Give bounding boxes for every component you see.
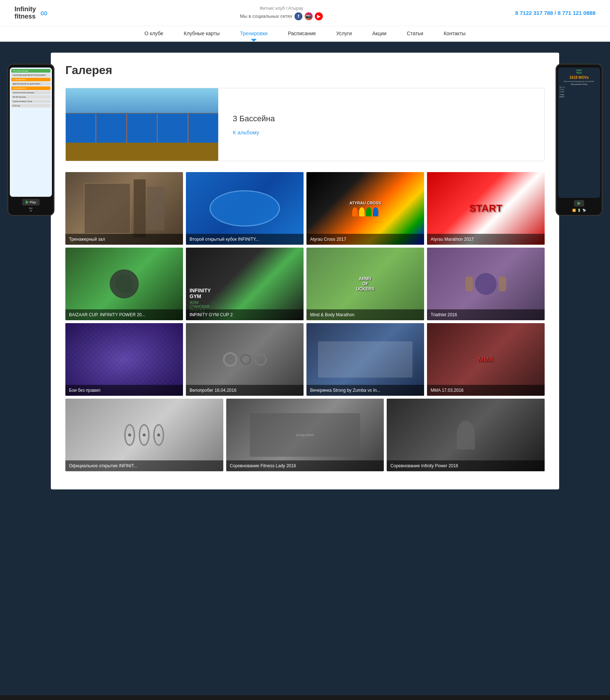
gallery-item-cross[interactable]: ATYRAU CROSS Atyrau Cross 2017	[306, 172, 424, 245]
header-center: Фитнес клуб г.Атырау Мы в социальных сет…	[240, 6, 323, 20]
nav-promos[interactable]: Акции	[362, 26, 396, 41]
gallery-item-boi[interactable]: Бои без правил	[65, 323, 183, 396]
infinity-icon: ∞	[40, 7, 48, 19]
footer: Infinity Fitness Фитнес-клуб Адрес: г.Ат…	[0, 695, 610, 700]
gallery-item-marathon-label: Atyrau Marathon 2017	[427, 234, 545, 245]
gallery-item-hulk[interactable]: INFINITYGYM ЖИМСТАНОВАЯПРИСЕД CUP II INF…	[186, 248, 304, 320]
phone-right-desc: Приложение /Infinity	[560, 83, 599, 85]
main-nav: О клубе Клубные карты Тренировки Расписа…	[0, 26, 610, 42]
gallery-item-cross-label: Atyrau Cross 2017	[306, 234, 424, 245]
gallery-item-mma[interactable]: MMA MMA 17.03.2016	[427, 323, 545, 396]
gallery-item-power-label: Соревнование Infinity Power 2016	[387, 460, 545, 471]
phone-right-title: Infinfitne	[560, 69, 599, 74]
instagram-icon[interactable]: 📷	[305, 12, 313, 20]
logo-line2: fitness	[15, 13, 36, 20]
featured-album[interactable]: 3 Бассейна К альбому	[65, 88, 545, 161]
play-icon	[26, 200, 29, 204]
nav-contacts[interactable]: Контакты	[434, 26, 476, 41]
gallery-item-velo[interactable]: Велопробег 16.04.2016	[186, 323, 304, 396]
logo-text: Infinity fitness	[15, 6, 36, 20]
gallery-item-marathon[interactable]: START Atyrau Marathon 2017	[427, 172, 545, 245]
nav-training[interactable]: Тренировки	[230, 26, 278, 41]
nav-services[interactable]: Услуги	[326, 26, 362, 41]
nav-cards[interactable]: Клубные карты	[174, 26, 230, 41]
gallery-item-gym[interactable]: Тренажерный зал	[65, 172, 183, 245]
header: Infinity fitness ∞ Фитнес клуб г.Атырау …	[0, 0, 610, 26]
gallery-item-triathlet-label: Triathlet 2016	[427, 309, 545, 320]
gallery-item-vecher[interactable]: Вечеринка Strong by Zumba vs In...	[306, 323, 424, 396]
facebook-icon[interactable]: f	[294, 12, 302, 20]
page-title: Галерея	[65, 64, 545, 77]
phone-left-text: there	[29, 207, 33, 212]
phone-left-play-btn[interactable]: Play	[22, 199, 40, 205]
gallery-row-bottom: Официальное открытие INFINIT... Group ph…	[65, 399, 545, 471]
gallery-item-velo-label: Велопробег 16.04.2016	[186, 385, 304, 396]
phone-right-subtitle: Ваш личный рекорд дня составляет	[560, 80, 599, 82]
play-icon-right	[578, 202, 581, 205]
gallery-item-tire[interactable]: BAIZAAR CUP. INFINITY POWER 20...	[65, 248, 183, 320]
phone-right-desc2: Все три расв ваш	[560, 86, 599, 93]
header-phone[interactable]: 8 7122 317 788 / 8 771 121 0888	[515, 10, 595, 16]
featured-name: 3 Бассейна	[233, 114, 275, 123]
gallery-item-body-label: Mind & Body Marathon	[306, 309, 424, 320]
gallery-row-2: BAIZAAR CUP. INFINITY POWER 20... INFINI…	[65, 248, 545, 320]
nav-about[interactable]: О клубе	[134, 26, 174, 41]
social-label: Мы в социальных сетях	[240, 13, 292, 19]
nav-articles[interactable]: Статьи	[396, 26, 433, 41]
gallery-item-fitneslady[interactable]: Group photo Соревнование Fitness Lady 20…	[226, 399, 384, 471]
gallery-item-fitneslady-label: Соревнование Fitness Lady 2016	[226, 460, 384, 471]
phone-left-screen: Личный рекорд НАПОЛЬНЫЙ ВЕЛОТРЕНАЖЕР 174…	[10, 68, 52, 197]
social-row: Мы в социальных сетях f 📷 ▶	[240, 12, 323, 20]
gallery-item-power[interactable]: Соревнование Infinity Power 2016	[387, 399, 545, 471]
gallery-row-1: Тренажерный зал Второй открытый кубок IN…	[65, 172, 545, 245]
phone-right-moves: 1618 MOVs	[560, 76, 599, 80]
battery-icon: 🔋	[577, 209, 581, 212]
wifi-icon: 📶	[572, 209, 576, 212]
phone-right-screen: Infinfitne 1618 MOVs Ваш личный рекорд д…	[558, 68, 600, 198]
gallery-item-vecher-label: Вечеринка Strong by Zumba vs In...	[306, 385, 424, 396]
main-content: Галерея	[51, 53, 559, 489]
gallery-item-swim[interactable]: Второй открытый кубок INFINITY...	[186, 172, 304, 245]
gallery-item-hulk-label: INFINITY GYM CUP 2	[186, 309, 304, 320]
phone-right-play-btn[interactable]	[574, 200, 584, 207]
featured-link[interactable]: К альбому	[233, 129, 275, 135]
gallery-item-triathlet[interactable]: Triathlet 2016	[427, 248, 545, 320]
featured-info: 3 Бассейна К альбому	[218, 88, 289, 161]
phone-right-decoration: Infinfitne 1618 MOVs Ваш личный рекорд д…	[556, 64, 603, 216]
gallery-item-gym-label: Тренажерный зал	[65, 234, 183, 245]
gallery-item-tire-label: BAIZAAR CUP. INFINITY POWER 20...	[65, 309, 183, 320]
signal-icon: 📡	[582, 209, 586, 212]
phone-right-icons: 📶 🔋 📡	[572, 209, 586, 212]
fitnes-club-label: Фитнес клуб г.Атырау	[260, 6, 303, 11]
phone-left-decoration: Личный рекорд НАПОЛЬНЫЙ ВЕЛОТРЕНАЖЕР 174…	[7, 64, 54, 216]
gallery-item-boi-label: Бои без правил	[65, 385, 183, 396]
page-bg: Личный рекорд НАПОЛЬНЫЙ ВЕЛОТРЕНАЖЕР 174…	[0, 42, 610, 695]
gallery-item-spin[interactable]: Официальное открытие INFINIT...	[65, 399, 223, 471]
gallery-item-mma-label: MMA 17.03.2016	[427, 385, 545, 396]
gallery-item-body[interactable]: ARMYOFUCKERS Mind & Body Marathon	[306, 248, 424, 320]
nav-schedule[interactable]: Расписание	[278, 26, 326, 41]
logo-line1: Infinity	[15, 6, 36, 13]
logo-area: Infinity fitness ∞	[15, 6, 48, 20]
gallery-item-spin-label: Официальное открытие INFINIT...	[65, 460, 223, 471]
youtube-icon[interactable]: ▶	[315, 12, 323, 20]
featured-image	[66, 88, 218, 161]
gallery-row-3: Бои без правил Велопробег 16.04.2016	[65, 323, 545, 396]
phone-right-next: Следрезул	[560, 93, 599, 98]
gallery-item-swim-label: Второй открытый кубок INFINITY...	[186, 234, 304, 245]
pool-visual	[66, 88, 218, 161]
